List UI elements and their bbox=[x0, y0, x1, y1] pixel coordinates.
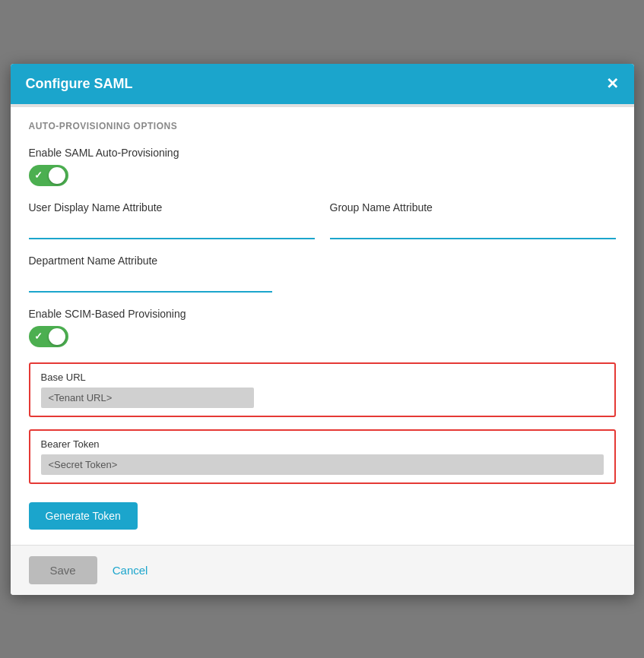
save-button[interactable]: Save bbox=[29, 556, 97, 584]
bearer-token-box: Bearer Token <Secret Token> bbox=[29, 429, 616, 484]
base-url-label: Base URL bbox=[41, 372, 604, 383]
base-url-value: <Tenant URL> bbox=[41, 388, 254, 408]
scim-toggle-slider bbox=[29, 326, 68, 347]
group-name-label: Group Name Attribute bbox=[330, 201, 616, 214]
enable-saml-toggle[interactable]: ✓ bbox=[29, 165, 68, 186]
department-name-field: Department Name Attribute bbox=[29, 255, 616, 293]
modal-overlay: Configure SAML ✕ AUTO-PROVISIONING OPTIO… bbox=[0, 0, 644, 658]
modal-close-button[interactable]: ✕ bbox=[606, 76, 619, 91]
department-name-label: Department Name Attribute bbox=[29, 255, 616, 267]
modal-title: Configure SAML bbox=[26, 76, 133, 92]
modal-header: Configure SAML ✕ bbox=[11, 64, 634, 104]
modal-footer: Save Cancel bbox=[11, 545, 634, 595]
base-url-box: Base URL <Tenant URL> bbox=[29, 362, 616, 417]
user-display-name-input[interactable] bbox=[29, 220, 315, 239]
department-name-input[interactable] bbox=[29, 273, 272, 293]
enable-scim-toggle-container: ✓ bbox=[29, 326, 616, 347]
toggle-slider bbox=[29, 165, 68, 186]
modal-body: AUTO-PROVISIONING OPTIONS Enable SAML Au… bbox=[11, 104, 634, 545]
enable-saml-toggle-container: ✓ bbox=[29, 165, 616, 186]
enable-scim-field-group: Enable SCIM-Based Provisioning ✓ bbox=[29, 308, 616, 347]
name-attributes-row: User Display Name Attribute Group Name A… bbox=[29, 201, 616, 239]
enable-scim-toggle[interactable]: ✓ bbox=[29, 326, 68, 347]
auto-provisioning-section-content: Enable SAML Auto-Provisioning ✓ User Dis… bbox=[11, 139, 634, 545]
generate-token-button[interactable]: Generate Token bbox=[29, 502, 138, 530]
configure-saml-modal: Configure SAML ✕ AUTO-PROVISIONING OPTIO… bbox=[11, 64, 634, 595]
user-display-name-field: User Display Name Attribute bbox=[29, 201, 315, 239]
group-name-input[interactable] bbox=[330, 220, 616, 239]
bearer-token-value: <Secret Token> bbox=[41, 454, 604, 475]
cancel-button[interactable]: Cancel bbox=[113, 564, 148, 577]
bearer-token-label: Bearer Token bbox=[41, 438, 604, 450]
user-display-name-label: User Display Name Attribute bbox=[29, 201, 315, 214]
enable-scim-label: Enable SCIM-Based Provisioning bbox=[29, 308, 616, 320]
enable-saml-field-group: Enable SAML Auto-Provisioning ✓ bbox=[29, 147, 616, 186]
group-name-field: Group Name Attribute bbox=[330, 201, 616, 239]
enable-saml-label: Enable SAML Auto-Provisioning bbox=[29, 147, 616, 159]
auto-provisioning-section-label: AUTO-PROVISIONING OPTIONS bbox=[11, 107, 634, 139]
